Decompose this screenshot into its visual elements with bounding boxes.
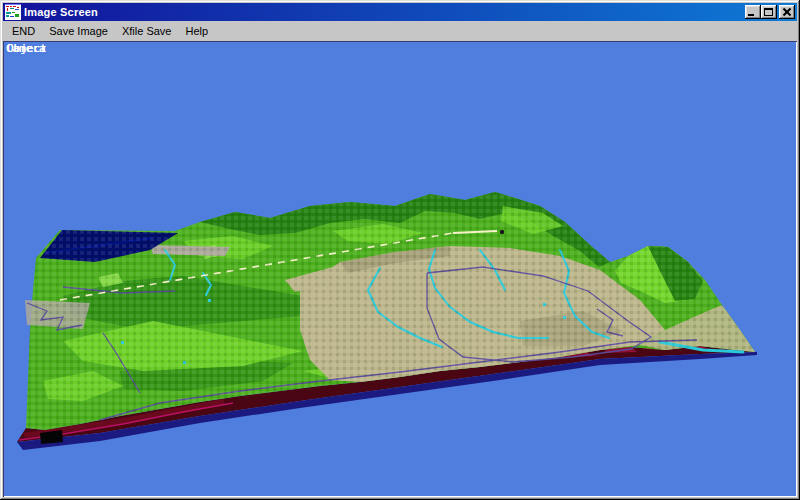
title-bar[interactable]: Image Screen (3, 3, 797, 21)
menu-item-end[interactable]: END (5, 23, 42, 39)
window-title: Image Screen (24, 6, 743, 18)
pixelation-overlay (3, 171, 797, 451)
close-button[interactable] (779, 5, 795, 19)
window-controls (743, 5, 795, 19)
app-icon[interactable] (5, 4, 21, 20)
minimize-icon (748, 14, 754, 16)
image-screen-window: Image Screen END Save Image Xfile Save H… (0, 0, 800, 500)
maximize-icon (764, 8, 773, 16)
maximize-button[interactable] (761, 5, 777, 19)
close-icon (783, 8, 791, 16)
minimize-button[interactable] (745, 5, 761, 19)
terrain-render (3, 41, 797, 497)
menu-item-xfile-save[interactable]: Xfile Save (115, 23, 179, 39)
menu-bar: END Save Image Xfile Save Help (3, 21, 797, 41)
overlay-label-camera: Camera (6, 43, 46, 55)
render-viewport[interactable]: Object Camera (3, 41, 797, 497)
menu-item-save-image[interactable]: Save Image (42, 23, 115, 39)
menu-item-help[interactable]: Help (178, 23, 215, 39)
terrain-surface (3, 171, 797, 451)
